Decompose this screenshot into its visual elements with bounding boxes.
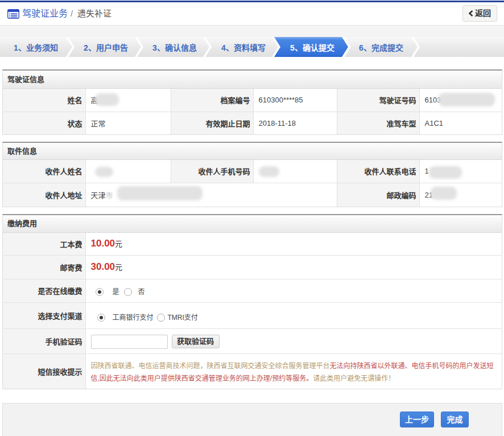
svg-text:6、完成提交: 6、完成提交 <box>359 43 403 52</box>
svg-text:3、确认信息: 3、确认信息 <box>152 43 197 52</box>
svg-text:2、用户申告: 2、用户申告 <box>84 43 128 52</box>
svg-text:5、确认提交: 5、确认提交 <box>290 43 334 52</box>
svg-text:4、资料填写: 4、资料填写 <box>221 43 266 52</box>
svg-text:1、业务须知: 1、业务须知 <box>14 43 58 52</box>
